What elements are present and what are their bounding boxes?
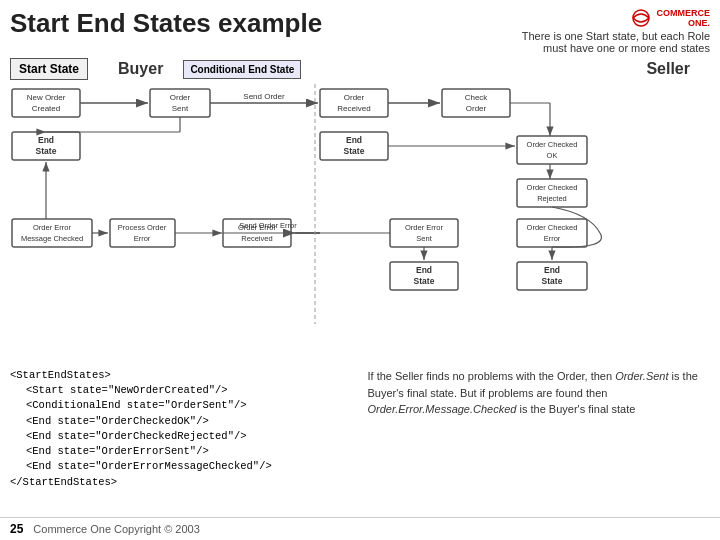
- logo: COMMERCEONE.: [522, 8, 710, 28]
- svg-text:End: End: [346, 135, 362, 145]
- svg-text:Order Checked: Order Checked: [527, 223, 578, 232]
- page-title: Start End States example: [10, 8, 322, 39]
- svg-text:Send Order: Send Order: [243, 92, 285, 101]
- svg-text:Process Order: Process Order: [118, 223, 167, 232]
- code-section: <StartEndStates> <Start state="NewOrderC…: [0, 364, 720, 494]
- seller-label: Seller: [646, 60, 690, 78]
- start-state-box: Start State: [10, 58, 88, 80]
- code-line-2: <Start state="NewOrderCreated"/>: [10, 383, 353, 398]
- svg-text:End: End: [416, 265, 432, 275]
- code-line-8: </StartEndStates>: [10, 475, 353, 490]
- svg-text:Error: Error: [544, 234, 561, 243]
- conditional-end-box: Conditional End State: [183, 60, 301, 79]
- diagram-svg: New Order Created Order Sent Send Order …: [10, 84, 710, 364]
- footer-copyright: Commerce One Copyright © 2003: [33, 523, 199, 535]
- svg-text:State: State: [344, 146, 365, 156]
- svg-text:Send Order Error: Send Order Error: [239, 221, 297, 230]
- svg-text:Sent: Sent: [172, 104, 189, 113]
- svg-text:Order Checked: Order Checked: [527, 183, 578, 192]
- svg-text:End: End: [38, 135, 54, 145]
- page-number: 25: [10, 522, 23, 536]
- svg-text:Created: Created: [32, 104, 60, 113]
- svg-text:Received: Received: [337, 104, 370, 113]
- svg-text:State: State: [36, 146, 57, 156]
- svg-text:Order Error: Order Error: [405, 223, 443, 232]
- code-line-1: <StartEndStates>: [10, 368, 353, 383]
- page-footer: 25 Commerce One Copyright © 2003: [0, 517, 720, 540]
- description-text: If the Seller finds no problems with the…: [368, 368, 711, 490]
- svg-text:Error: Error: [134, 234, 151, 243]
- svg-text:Order: Order: [466, 104, 487, 113]
- code-line-3: <ConditionalEnd state="OrderSent"/>: [10, 398, 353, 413]
- buyer-label: Buyer: [118, 60, 163, 78]
- svg-text:Sent: Sent: [416, 234, 432, 243]
- code-line-6: <End state="OrderErrorSent"/>: [10, 444, 353, 459]
- svg-text:State: State: [414, 276, 435, 286]
- svg-text:Check: Check: [465, 93, 489, 102]
- svg-point-0: [633, 10, 649, 26]
- code-block: <StartEndStates> <Start state="NewOrderC…: [10, 368, 353, 490]
- diagram: New Order Created Order Sent Send Order …: [0, 84, 720, 364]
- header-right: COMMERCEONE. There is one Start state, b…: [522, 8, 710, 54]
- code-line-4: <End state="OrderCheckedOK"/>: [10, 414, 353, 429]
- svg-text:OK: OK: [547, 151, 558, 160]
- svg-text:Order: Order: [344, 93, 365, 102]
- svg-text:Order Checked: Order Checked: [527, 140, 578, 149]
- svg-text:Received: Received: [241, 234, 272, 243]
- code-line-5: <End state="OrderCheckedRejected"/>: [10, 429, 353, 444]
- svg-text:State: State: [542, 276, 563, 286]
- svg-text:New Order: New Order: [27, 93, 66, 102]
- svg-text:Message Checked: Message Checked: [21, 234, 83, 243]
- logo-text: COMMERCEONE.: [657, 8, 711, 28]
- svg-text:End: End: [544, 265, 560, 275]
- svg-text:Order: Order: [170, 93, 191, 102]
- code-line-7: <End state="OrderErrorMessageChecked"/>: [10, 459, 353, 474]
- svg-text:Rejected: Rejected: [537, 194, 567, 203]
- page-header: Start End States example COMMERCEONE. Th…: [0, 0, 720, 58]
- subtitle: There is one Start state, but each Role …: [522, 30, 710, 54]
- roles-row: Start State Buyer Conditional End State …: [0, 58, 720, 80]
- svg-text:Order Error: Order Error: [33, 223, 71, 232]
